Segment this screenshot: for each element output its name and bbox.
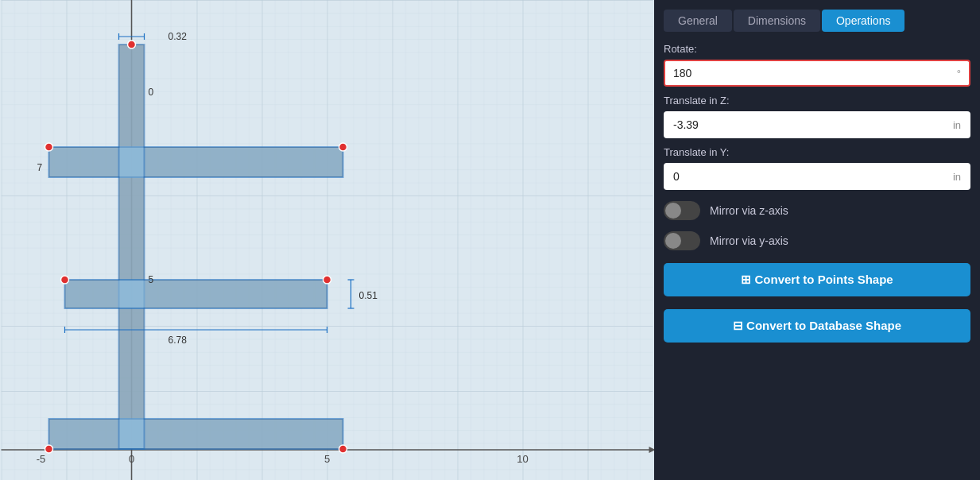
tab-dimensions[interactable]: Dimensions [734,10,820,32]
svg-text:-5: -5 [37,453,46,465]
grid-svg: -5 0 5 10 [0,0,654,480]
svg-point-22 [61,276,69,284]
mirror-y-row: Mirror via y-axis [664,231,970,250]
rotate-field-group: Rotate: ° [664,43,970,87]
mirror-z-row: Mirror via z-axis [664,201,970,220]
svg-rect-16 [65,280,327,308]
translate-z-label: Translate in Z: [664,95,970,106]
rotate-input[interactable] [665,61,949,85]
mirror-z-label: Mirror via z-axis [710,204,788,217]
translate-z-unit: in [945,114,969,137]
tab-general[interactable]: General [664,10,732,32]
rotate-label: Rotate: [664,43,970,55]
svg-rect-15 [119,45,145,449]
svg-text:0.32: 0.32 [168,31,188,42]
mirror-z-toggle[interactable] [664,201,700,220]
translate-z-input[interactable] [665,113,945,137]
svg-rect-1 [2,0,653,480]
svg-text:0.51: 0.51 [359,290,378,301]
svg-point-21 [339,445,347,453]
svg-text:5: 5 [149,274,154,285]
svg-text:6.78: 6.78 [168,335,188,346]
svg-text:0: 0 [149,87,154,98]
tabs-container: General Dimensions Operations [664,10,970,32]
rotate-input-row: ° [664,60,970,87]
tab-operations[interactable]: Operations [822,10,904,32]
rotate-unit: ° [949,62,969,85]
translate-y-field-group: Translate in Y: in [664,146,970,190]
svg-rect-13 [49,147,343,177]
translate-z-field-group: Translate in Z: in [664,95,970,138]
convert-database-button[interactable]: ⊟ Convert to Database Shape [664,309,970,343]
svg-point-23 [323,276,331,284]
svg-point-17 [45,143,53,151]
svg-text:0: 0 [129,453,134,465]
translate-y-input[interactable] [665,165,945,188]
svg-text:7: 7 [37,162,43,173]
svg-point-19 [128,41,136,48]
right-panel: General Dimensions Operations Rotate: ° … [654,0,980,480]
mirror-y-toggle[interactable] [664,231,700,250]
svg-text:5: 5 [324,453,330,465]
mirror-y-label: Mirror via y-axis [710,234,788,247]
svg-text:10: 10 [517,453,528,465]
operations-form: Rotate: ° Translate in Z: in Translate i… [664,43,970,343]
canvas-area: -5 0 5 10 [0,0,654,480]
translate-y-input-row: in [664,163,970,190]
translate-y-unit: in [945,165,969,188]
translate-y-label: Translate in Y: [664,146,970,158]
svg-point-18 [339,143,347,151]
svg-rect-14 [49,419,343,449]
translate-z-input-row: in [664,111,970,138]
svg-point-20 [45,445,53,453]
convert-points-button[interactable]: ⊞ Convert to Points Shape [664,263,970,296]
